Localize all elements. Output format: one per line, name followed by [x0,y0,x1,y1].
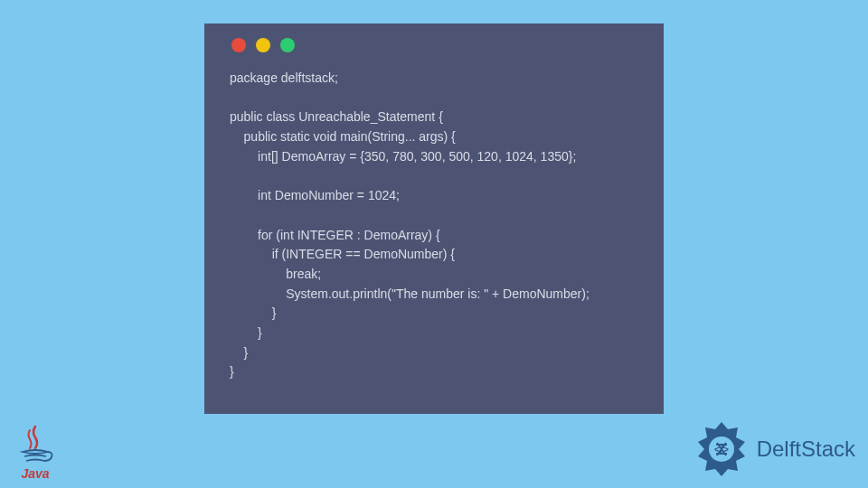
java-logo: Java [11,416,60,481]
code-line: for (int INTEGER : DemoArray) { [230,228,440,242]
delftstack-logo: </> DelftStack [692,419,855,479]
code-content: package delftstack; public class Unreach… [226,69,642,382]
delftstack-gear-icon: </> [692,419,751,479]
code-line: } [230,325,262,340]
code-line: } [230,364,234,379]
code-line: } [230,305,276,320]
delftstack-logo-text: DelftStack [757,436,855,462]
code-line: System.out.println("The number is: " + D… [230,286,590,301]
code-window: package delftstack; public class Unreach… [204,23,664,414]
maximize-icon [280,38,295,52]
close-icon [231,38,246,52]
code-line: public static void main(String... args) … [230,129,456,144]
code-line: } [230,345,248,360]
code-line: int[] DemoArray = {350, 780, 300, 500, 1… [230,149,576,164]
java-cup-icon [17,425,53,465]
window-controls [226,38,642,52]
code-line: package delftstack; [230,70,338,85]
java-logo-text: Java [21,466,49,481]
minimize-icon [256,38,270,52]
code-line: public class Unreachable_Statement { [230,109,443,124]
code-line: if (INTEGER == DemoNumber) { [230,247,455,261]
code-line: break; [230,267,321,281]
svg-text:</>: </> [714,444,729,455]
code-line: int DemoNumber = 1024; [230,188,400,202]
